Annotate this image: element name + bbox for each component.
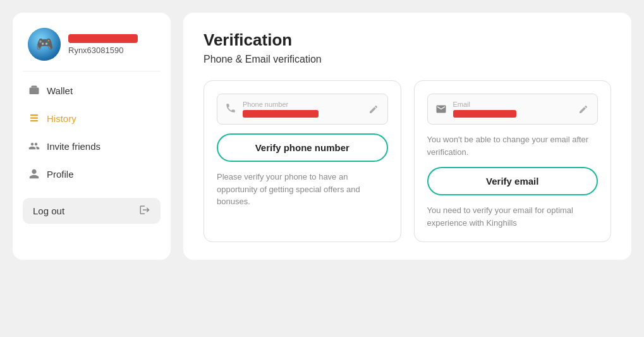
history-icon (28, 112, 40, 125)
main-content: Verification Phone & Email verification … (183, 13, 631, 260)
sidebar: 🎮 Rynx63081590 Wallet History Invite fri… (13, 13, 171, 260)
sidebar-item-history-label: History (47, 113, 76, 124)
sidebar-item-invite-label: Invite friends (47, 141, 100, 152)
logout-icon (139, 204, 150, 218)
verification-cards: Phone number Verify phone number Please … (204, 80, 611, 242)
sidebar-item-profile[interactable]: Profile (23, 160, 161, 188)
phone-field-row: Phone number (217, 94, 388, 125)
phone-icon (225, 102, 236, 116)
svg-rect-0 (30, 88, 39, 95)
wallet-icon (28, 84, 40, 97)
email-icon (435, 103, 447, 116)
sidebar-item-invite[interactable]: Invite friends (23, 132, 161, 160)
email-field-label: Email (453, 101, 571, 108)
phone-field-content: Phone number (243, 101, 361, 118)
username-text: Rynx63081590 (68, 46, 138, 55)
svg-rect-4 (30, 120, 38, 121)
username-bar-redacted (68, 34, 138, 43)
email-field-content: Email (453, 101, 571, 118)
phone-value-redacted (243, 110, 319, 118)
page-container: 🎮 Rynx63081590 Wallet History Invite fri… (13, 13, 631, 260)
avatar: 🎮 (28, 28, 61, 61)
email-card-note: You need to verify your email for optima… (427, 204, 598, 229)
sidebar-item-wallet[interactable]: Wallet (23, 77, 161, 104)
svg-rect-3 (30, 118, 38, 119)
invite-icon (28, 140, 40, 152)
email-field-row: Email (427, 94, 598, 125)
logout-button[interactable]: Log out (23, 198, 161, 224)
phone-verify-card: Phone number Verify phone number Please … (204, 80, 401, 242)
page-subtitle: Phone & Email verification (204, 54, 611, 65)
sidebar-item-history[interactable]: History (23, 104, 161, 132)
phone-card-note: Please verify your phone to have an oppo… (217, 171, 388, 208)
verify-email-button[interactable]: Verify email (427, 167, 598, 195)
profile-info: Rynx63081590 (68, 34, 138, 55)
email-verify-card: Email You won't be able to change your e… (414, 80, 612, 242)
phone-edit-button[interactable] (367, 103, 380, 116)
avatar-image: 🎮 (28, 28, 61, 61)
svg-rect-2 (30, 114, 38, 116)
svg-point-1 (36, 90, 37, 92)
sidebar-item-wallet-label: Wallet (47, 85, 73, 96)
email-value-redacted (453, 110, 516, 118)
email-edit-button[interactable] (577, 103, 590, 116)
sidebar-item-profile-label: Profile (47, 169, 74, 180)
sidebar-profile: 🎮 Rynx63081590 (23, 23, 161, 71)
phone-field-label: Phone number (243, 101, 361, 108)
page-title: Verification (204, 30, 611, 50)
logout-label: Log out (33, 205, 64, 216)
verify-phone-button[interactable]: Verify phone number (217, 133, 388, 162)
email-warning: You won't be able to change your email a… (427, 133, 598, 158)
profile-icon (28, 168, 40, 180)
